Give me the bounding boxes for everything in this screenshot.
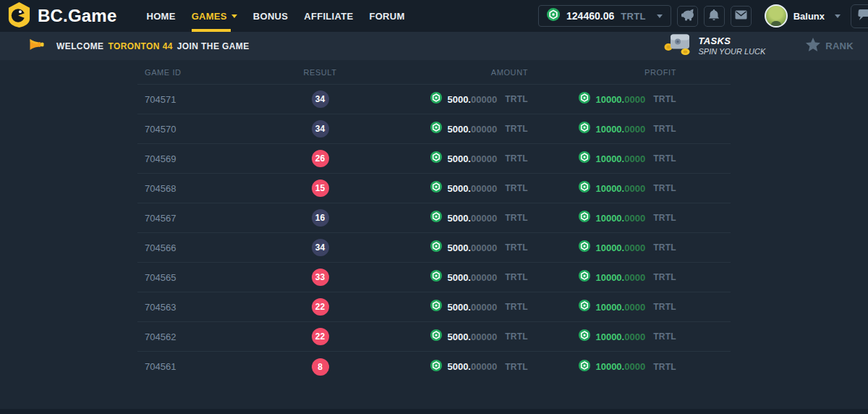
chat-button[interactable]: 16 — [851, 4, 868, 28]
table-row: 704561 8 5000. 00000 TRTL — [137, 352, 731, 381]
brand-name: BC.Game — [38, 6, 116, 26]
messages-button[interactable] — [731, 6, 752, 27]
game-id-cell: 704566 — [137, 242, 246, 253]
profit-cell: 10000. 0000 TRTL — [528, 211, 676, 225]
amount-main: 5000. — [447, 302, 471, 313]
profit-decimals: 0000 — [624, 213, 645, 224]
header-result: RESULT — [246, 68, 394, 77]
trtl-coin-icon — [579, 151, 590, 166]
nav-item-home[interactable]: HOME — [138, 0, 183, 32]
amount-currency: TRTL — [505, 302, 528, 312]
table-row: 704571 34 5000. 00000 TRTL — [137, 85, 731, 114]
result-cell: 34 — [246, 120, 394, 138]
trtl-coin-icon — [579, 360, 590, 374]
nav-item-affiliate[interactable]: AFFILIATE — [296, 0, 361, 32]
amount-cell: 5000. 00000 TRTL — [394, 211, 528, 225]
envelope-icon — [735, 10, 747, 22]
profit-main: 10000. — [595, 213, 624, 224]
game-id-cell: 704562 — [137, 331, 246, 342]
amount-main: 5000. — [447, 242, 471, 253]
trtl-coin-icon — [430, 122, 442, 136]
game-id-cell: 704561 — [137, 361, 246, 372]
notifications-button[interactable] — [704, 6, 725, 27]
result-cell: 22 — [246, 328, 394, 345]
announcement-banner: WELCOME TORONTON 44 JOIN THE GAME TASKS … — [0, 32, 868, 60]
trtl-coin-icon — [430, 360, 442, 374]
amount-cell: 5000. 00000 TRTL — [394, 122, 528, 136]
result-badge: 34 — [312, 90, 329, 108]
brand[interactable]: BC.Game — [7, 2, 116, 30]
amount-main: 5000. — [447, 331, 471, 342]
result-cell: 22 — [246, 298, 394, 316]
profit-cell: 10000. 0000 TRTL — [528, 329, 676, 344]
balance-amount: 124460.06 — [566, 10, 614, 22]
result-cell: 34 — [246, 239, 394, 256]
user-menu[interactable]: Balunx — [765, 4, 841, 28]
result-cell: 8 — [246, 358, 394, 376]
table-row: 704566 34 5000. 00000 TRTL — [137, 233, 731, 263]
profit-currency: TRTL — [653, 242, 676, 253]
result-badge: 33 — [312, 269, 329, 286]
profit-cell: 10000. 0000 TRTL — [528, 300, 676, 314]
amount-decimals: 00000 — [471, 361, 497, 372]
result-badge: 8 — [312, 358, 329, 376]
megaphone-icon — [29, 38, 45, 54]
game-id-cell: 704569 — [137, 153, 246, 164]
tasks-subtitle: SPIN YOUR LUCK — [699, 47, 766, 56]
result-badge: 15 — [312, 179, 329, 197]
game-id-cell: 704565 — [137, 272, 246, 283]
profit-cell: 10000. 0000 TRTL — [528, 360, 676, 374]
profit-decimals: 0000 — [624, 361, 645, 372]
amount-decimals: 00000 — [471, 153, 497, 164]
profit-currency: TRTL — [653, 183, 676, 193]
balance-selector[interactable]: 124460.06 TRTL — [538, 5, 671, 27]
trtl-coin-icon — [579, 329, 590, 344]
profit-decimals: 0000 — [624, 242, 645, 253]
result-badge: 16 — [312, 209, 329, 227]
amount-main: 5000. — [447, 94, 471, 105]
amount-currency: TRTL — [505, 272, 528, 282]
result-cell: 16 — [246, 209, 394, 227]
amount-cell: 5000. 00000 TRTL — [394, 270, 528, 284]
header-profit: PROFIT — [528, 68, 676, 77]
welcome-prefix: WELCOME — [56, 41, 103, 51]
trtl-coin-icon — [579, 211, 590, 225]
bc-game-logo-icon — [7, 2, 31, 30]
nav-item-games-label: GAMES — [192, 11, 227, 22]
vault-button[interactable] — [677, 6, 698, 27]
amount-currency: TRTL — [505, 124, 528, 134]
result-badge: 26 — [312, 150, 329, 167]
top-navigation-bar: BC.Game HOME GAMES BONUS AFFILIATE FORUM… — [0, 0, 868, 32]
profit-currency: TRTL — [653, 153, 676, 164]
trtl-coin-icon — [430, 300, 442, 314]
profit-cell: 10000. 0000 TRTL — [528, 92, 676, 106]
trtl-coin-icon — [430, 211, 442, 225]
nav-item-bonus[interactable]: BONUS — [245, 0, 296, 32]
amount-main: 5000. — [447, 153, 471, 164]
profit-main: 10000. — [595, 94, 624, 105]
amount-currency: TRTL — [505, 94, 528, 104]
profit-main: 10000. — [595, 302, 624, 313]
bets-table: GAME ID RESULT AMOUNT PROFIT 704571 34 5… — [137, 60, 731, 381]
amount-currency: TRTL — [505, 213, 528, 223]
profit-main: 10000. — [595, 331, 624, 342]
profit-main: 10000. — [595, 272, 624, 283]
profit-cell: 10000. 0000 TRTL — [528, 181, 676, 195]
rank-widget[interactable]: RANK — [806, 38, 854, 54]
result-badge: 22 — [312, 328, 329, 345]
tasks-widget[interactable]: TASKS SPIN YOUR LUCK — [663, 33, 766, 59]
result-badge: 22 — [312, 298, 329, 316]
amount-cell: 5000. 00000 TRTL — [394, 329, 528, 344]
profit-decimals: 0000 — [624, 331, 645, 342]
nav-item-forum[interactable]: FORUM — [361, 0, 412, 32]
result-cell: 34 — [246, 90, 394, 108]
trtl-coin-icon — [579, 270, 590, 284]
table-row: 704562 22 5000. 00000 TRTL — [137, 322, 731, 352]
profit-main: 10000. — [595, 242, 624, 253]
amount-cell: 5000. 00000 TRTL — [394, 360, 528, 374]
table-row: 704568 15 5000. 00000 TRTL — [137, 174, 731, 203]
nav-item-games[interactable]: GAMES — [184, 0, 245, 32]
amount-decimals: 00000 — [471, 94, 497, 105]
trtl-coin-icon — [430, 151, 442, 166]
game-id-cell: 704570 — [137, 124, 246, 135]
